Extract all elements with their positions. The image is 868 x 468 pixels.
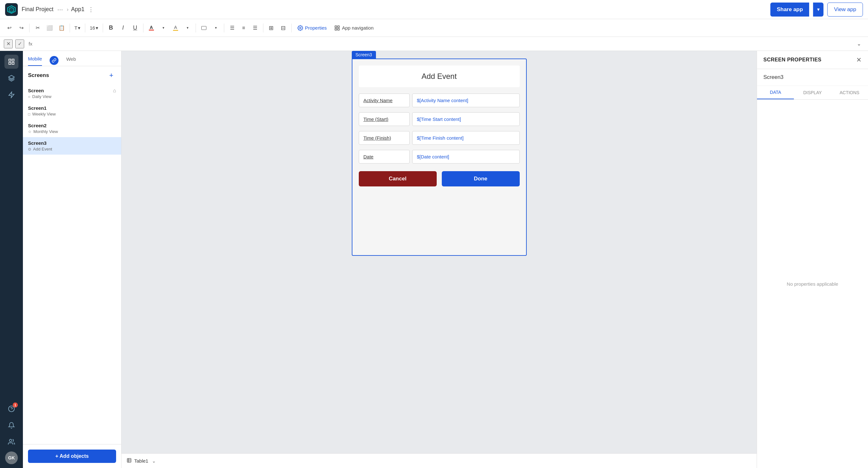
sidebar-item-lightning[interactable] [4,88,19,102]
user-avatar[interactable]: GK [5,451,18,464]
breadcrumb-sep: › [67,7,68,12]
sidebar-notifications[interactable] [4,418,19,432]
align-group: ☰ ≡ ☰ [227,23,260,33]
breadcrumb: Final Project ⋯ › App1 ⋮ [22,5,95,14]
align-left-button[interactable]: ☰ [227,23,238,33]
formula-expand-button[interactable]: ⌄ [854,38,864,49]
screen-item-sub-3: ⊙ Add Event [28,147,52,151]
align-center-button[interactable]: ≡ [238,23,249,33]
done-button[interactable]: Done [442,171,520,186]
prop-tab-data[interactable]: DATA [757,86,794,99]
toolbar-divider-8 [263,24,264,32]
screen-item-1[interactable]: Screen1 □ Weekly View [23,102,121,120]
paste-button[interactable]: 📋 [56,23,67,33]
sidebar-users[interactable] [4,435,19,449]
tab-web[interactable]: Web [66,56,76,66]
screens-header: Screens + [23,66,121,85]
share-app-chevron-button[interactable]: ▾ [813,3,824,17]
screen-sub-label-2: Monthly View [33,129,58,134]
prop-tab-display[interactable]: DISPLAY [794,86,831,99]
sidebar-item-layers[interactable] [4,71,19,85]
screens-panel: Mobile Web Screens + Screen ○ [23,51,122,468]
chevron-border[interactable]: ▾ [211,23,221,33]
copy-button[interactable]: ⬜ [44,23,55,33]
form-row-3: Date $[Date content] [359,150,520,163]
form-label-3: Date [359,150,410,163]
screen-item-sub-2: ☆ Monthly View [28,129,58,134]
app-name[interactable]: App1 [71,6,84,13]
sidebar-help-button[interactable]: 1 [4,402,19,416]
form-row-1: Time (Start) $[Time Start content] [359,112,520,126]
main-content: 1 GK Mobile [0,51,868,468]
form-value-0[interactable]: $[Activity Name content] [412,94,520,107]
screen-wrapper: Screen3 Add Event Activity Name $[Activi… [352,51,527,256]
svg-rect-4 [338,26,339,27]
font-type-chevron: ▾ [78,25,81,31]
screen-item-name-2: Screen2 [28,123,58,128]
canvas-scroll[interactable]: Screen3 Add Event Activity Name $[Activi… [122,51,757,454]
font-type-dropdown[interactable]: T ▾ [72,24,82,32]
view-app-button[interactable]: View app [827,3,863,17]
border-button[interactable] [198,23,209,33]
screen-icon-3: ⊙ [28,147,31,151]
screen-tab-label[interactable]: Screen3 [352,51,376,59]
bottom-bar: Table1 ⌄ [122,454,757,468]
undo-button[interactable]: ↩ [4,23,14,33]
cut-button[interactable]: ✂ [32,23,43,33]
redo-button[interactable]: ↪ [16,23,27,33]
screen-item-0[interactable]: Screen ○ Daily View ⌂ [23,85,121,102]
properties-close-button[interactable]: ✕ [856,56,862,64]
screen-icon-0: ○ [28,94,30,99]
app-navigation-label: App navigation [342,25,373,31]
no-properties-message: No properties applicable [757,100,868,468]
prop-tab-actions[interactable]: ACTIONS [831,86,868,99]
remove-row-button[interactable]: ⊟ [278,23,289,33]
font-color-button[interactable]: A [146,23,157,33]
font-size-dropdown[interactable]: 16 ▾ [88,24,100,32]
properties-title: SCREEN PROPERTIES [763,57,822,63]
italic-button[interactable]: I [118,23,128,33]
formula-input[interactable] [37,41,851,46]
properties-header: SCREEN PROPERTIES ✕ [757,51,868,69]
table-chevron[interactable]: ⌄ [152,459,156,464]
tab-mobile[interactable]: Mobile [28,56,42,66]
table-icon [127,458,132,464]
form-label-2: Time (Finish) [359,131,410,145]
properties-button[interactable]: Properties [294,23,330,33]
properties-panel: SCREEN PROPERTIES ✕ Screen3 DATA DISPLAY… [757,51,868,468]
add-row-button[interactable]: ⊞ [266,23,277,33]
app-dots-menu[interactable]: ⋮ [87,5,95,14]
share-app-button[interactable]: Share app [770,3,809,17]
chevron-color[interactable]: ▾ [158,23,169,33]
mobile-link-icon [50,56,59,65]
svg-rect-3 [335,26,337,27]
cancel-button[interactable]: Cancel [359,171,437,186]
project-dots-menu[interactable]: ⋯ [56,5,64,14]
screen-item-3[interactable]: Screen3 ⊙ Add Event [23,137,121,155]
formula-fx-label: fx [27,41,34,46]
form-row-2: Time (Finish) $[Time Finish content] [359,131,520,145]
bold-button[interactable]: B [105,23,116,33]
properties-tabs: DATA DISPLAY ACTIONS [757,86,868,100]
screen-item-2[interactable]: Screen2 ☆ Monthly View [23,120,121,137]
formula-confirm-button[interactable]: ✓ [15,39,24,49]
form-value-1[interactable]: $[Time Start content] [412,112,520,126]
formula-close-button[interactable]: ✕ [4,39,13,49]
add-objects-button[interactable]: + Add objects [28,449,116,463]
font-size-chevron: ▾ [96,25,98,31]
chevron-highlight[interactable]: ▾ [182,23,193,33]
add-screen-button[interactable]: + [106,71,116,80]
form-value-3[interactable]: $[Date content] [412,150,520,163]
align-right-button[interactable]: ☰ [250,23,260,33]
form-row-0: Activity Name $[Activity Name content] [359,94,520,107]
screen-sub-label-3: Add Event [33,147,52,151]
svg-marker-11 [8,75,14,79]
highlight-button[interactable]: A [170,23,181,33]
project-name[interactable]: Final Project [22,6,54,13]
sidebar-bottom: 1 GK [4,402,19,464]
app-navigation-button[interactable]: App navigation [331,23,377,33]
sidebar-item-grid[interactable] [4,55,19,69]
form-value-2[interactable]: $[Time Finish content] [412,131,520,145]
screens-tabs: Mobile Web [23,51,121,66]
underline-button[interactable]: U [130,23,141,33]
